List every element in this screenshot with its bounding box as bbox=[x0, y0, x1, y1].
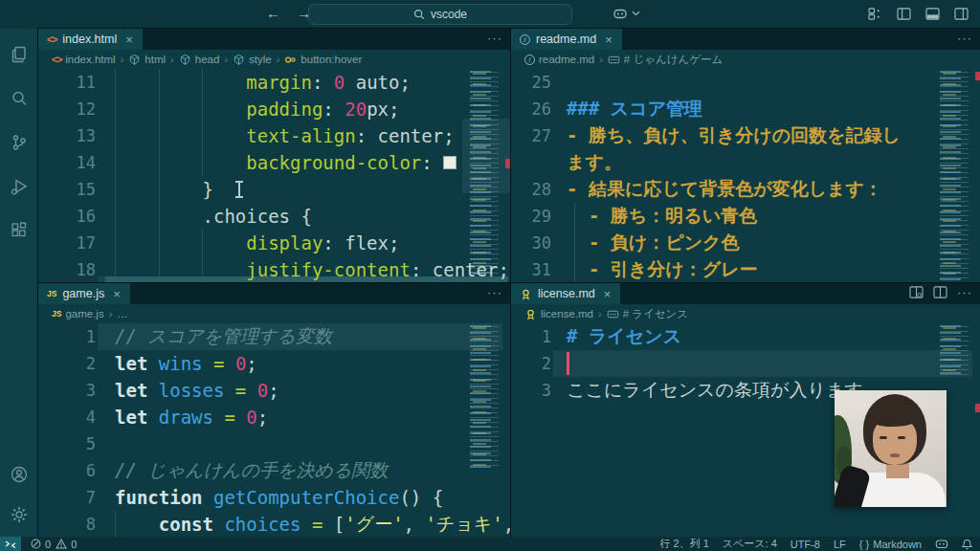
code-line[interactable]: 3let losses = 0; bbox=[38, 377, 510, 404]
breadcrumb-item[interactable]: head bbox=[179, 54, 220, 66]
line-number: 27 bbox=[511, 126, 551, 145]
notifications-bell-icon[interactable] bbox=[962, 539, 972, 550]
language-mode[interactable]: { } Markdown bbox=[859, 539, 922, 550]
eol-setting[interactable]: LF bbox=[834, 539, 846, 550]
breadcrumb-item[interactable]: button:hover bbox=[284, 54, 362, 66]
breadcrumb-label: game.js bbox=[65, 308, 103, 320]
close-icon[interactable]: × bbox=[113, 287, 121, 301]
indentation-setting[interactable]: スペース: 4 bbox=[723, 537, 777, 551]
breadcrumb-item[interactable]: ireadme.md bbox=[524, 54, 594, 65]
code-token: ; bbox=[257, 407, 268, 428]
more-actions-icon[interactable]: ··· bbox=[487, 31, 502, 45]
code-token: let bbox=[115, 407, 159, 428]
copilot-menu-button[interactable] bbox=[612, 7, 640, 20]
copilot-status-icon[interactable] bbox=[935, 539, 948, 549]
code-line[interactable]: 16 .choices { bbox=[38, 203, 510, 230]
line-number: 16 bbox=[38, 207, 96, 226]
problems-warnings[interactable]: 0 bbox=[56, 539, 77, 550]
code-line[interactable]: 1# ライセンス bbox=[511, 323, 980, 350]
toggle-sidebar-icon[interactable] bbox=[897, 8, 911, 20]
run-debug-icon[interactable] bbox=[9, 176, 30, 197]
breadcrumb-item[interactable]: JSgame.js bbox=[52, 308, 104, 320]
code-line[interactable]: 4let draws = 0; bbox=[38, 404, 510, 430]
code-line[interactable]: 7function getComputerChoice() { bbox=[38, 484, 510, 511]
cursor-position[interactable]: 行 2、列 1 bbox=[659, 537, 708, 551]
split-editor-icon[interactable] bbox=[933, 286, 947, 298]
source-control-icon[interactable] bbox=[9, 132, 30, 153]
code-line[interactable]: 5 bbox=[38, 430, 510, 457]
search-sidebar-icon[interactable] bbox=[9, 88, 30, 109]
code-line[interactable]: 17 display: flex; bbox=[38, 230, 510, 256]
code-token: = bbox=[224, 407, 234, 428]
code-line[interactable]: 31 - 引き分け：グレー bbox=[511, 256, 980, 283]
code-line[interactable]: 6// じゃんけんの手を決める関数 bbox=[38, 457, 510, 484]
breadcrumb-item[interactable]: # ライセンス bbox=[607, 307, 688, 321]
accounts-icon[interactable] bbox=[9, 464, 30, 485]
code-token: : bbox=[421, 152, 443, 173]
breadcrumb-item[interactable]: … bbox=[117, 308, 128, 320]
symbol-cube-icon bbox=[179, 54, 191, 66]
toggle-panel-icon[interactable] bbox=[925, 8, 940, 20]
breadcrumb: JSgame.js›… bbox=[38, 304, 510, 323]
tab-readme-md[interactable]: i readme.md × bbox=[511, 29, 622, 50]
toggle-secondary-sidebar-icon[interactable] bbox=[954, 8, 969, 20]
code-line[interactable]: 2let wins = 0; bbox=[38, 350, 510, 377]
more-actions-icon[interactable]: ··· bbox=[487, 285, 502, 299]
symbol-text-icon bbox=[608, 54, 620, 66]
explorer-icon[interactable] bbox=[9, 44, 30, 65]
code-token bbox=[115, 259, 246, 280]
tab-index-html[interactable]: <> index.html × bbox=[38, 29, 143, 50]
editor-area[interactable]: 11 margin: 0 auto;12 padding: 20px;13 te… bbox=[38, 69, 510, 283]
open-preview-icon[interactable] bbox=[909, 286, 924, 298]
breadcrumb-item[interactable]: style bbox=[233, 54, 272, 66]
code-line[interactable]: 1// スコアを管理する変数 bbox=[38, 323, 510, 350]
symbol-text-icon bbox=[607, 308, 619, 320]
code-line[interactable]: 26### スコア管理 bbox=[511, 96, 980, 122]
editor-area[interactable]: 1// スコアを管理する変数2let wins = 0;3let losses … bbox=[38, 323, 510, 538]
code-line[interactable]: 29 - 勝ち：明るい青色 bbox=[511, 203, 980, 230]
breadcrumb-item[interactable]: <>index.html bbox=[52, 54, 116, 65]
line-number: 13 bbox=[38, 126, 96, 145]
encoding-setting[interactable]: UTF-8 bbox=[791, 539, 820, 550]
extensions-icon[interactable] bbox=[9, 220, 30, 241]
code-line[interactable]: 25 bbox=[511, 69, 980, 96]
tab-license-md[interactable]: license.md × bbox=[511, 283, 620, 304]
code-line[interactable]: 13 text-align: center; bbox=[38, 122, 510, 149]
breadcrumb-label: # ライセンス bbox=[623, 307, 688, 321]
code-token: background-color bbox=[246, 152, 421, 173]
close-icon[interactable]: × bbox=[604, 287, 612, 301]
settings-gear-icon[interactable] bbox=[9, 504, 30, 525]
code-line[interactable]: 15 } bbox=[38, 176, 510, 203]
customize-layout-icon[interactable] bbox=[868, 8, 882, 20]
breadcrumb-item[interactable]: license.md bbox=[524, 308, 593, 320]
breadcrumb-item[interactable]: html bbox=[128, 54, 166, 66]
code-line[interactable]: 27- 勝ち、負け、引き分けの回数を記録し bbox=[511, 122, 980, 149]
tab-game-js[interactable]: JS game.js × bbox=[38, 283, 130, 304]
code-line[interactable]: ます。 bbox=[511, 149, 980, 176]
tab-bar: i readme.md × ··· bbox=[511, 29, 980, 50]
code-token bbox=[115, 72, 246, 93]
code-line[interactable]: 14 background-color: bbox=[38, 149, 510, 176]
minimap[interactable] bbox=[940, 325, 974, 378]
close-icon[interactable]: × bbox=[605, 33, 612, 47]
code-line[interactable]: 11 margin: 0 auto; bbox=[38, 69, 510, 96]
minimap[interactable] bbox=[940, 71, 974, 283]
command-center-search[interactable]: vscode bbox=[308, 4, 572, 25]
minimap-viewport[interactable] bbox=[462, 119, 510, 193]
code-line[interactable]: 30 - 負け：ピンク色 bbox=[511, 230, 980, 256]
minimap[interactable] bbox=[470, 325, 504, 469]
remote-indicator[interactable] bbox=[0, 537, 21, 551]
code-token: [ bbox=[323, 514, 345, 535]
code-line[interactable]: 8 const choices = ['グー', 'チョキ', 'パー']; bbox=[38, 511, 510, 538]
code-line[interactable]: 2 bbox=[511, 350, 980, 377]
back-arrow-icon[interactable]: ← bbox=[266, 5, 280, 21]
problems-errors[interactable]: 0 bbox=[31, 539, 51, 550]
editor-area[interactable]: 2526### スコア管理27- 勝ち、負け、引き分けの回数を記録します。28-… bbox=[511, 69, 980, 283]
line-number: 17 bbox=[38, 233, 96, 253]
code-line[interactable]: 12 padding: 20px; bbox=[38, 96, 510, 122]
more-actions-icon[interactable]: ··· bbox=[957, 31, 972, 45]
more-actions-icon[interactable]: ··· bbox=[957, 285, 972, 299]
breadcrumb-item[interactable]: # じゃんけんゲーム bbox=[608, 53, 723, 67]
code-line[interactable]: 28- 結果に応じて背景色が変化します： bbox=[511, 176, 980, 203]
close-icon[interactable]: × bbox=[125, 33, 133, 47]
